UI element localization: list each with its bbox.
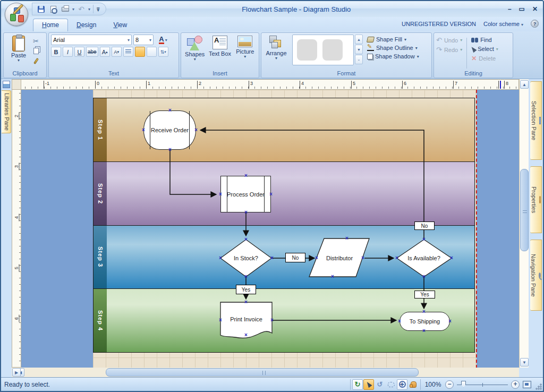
connection-point[interactable]: × bbox=[331, 274, 334, 279]
font-size-select[interactable]: 8▾ bbox=[133, 35, 154, 45]
arrange-button[interactable]: Arrange▾ bbox=[264, 35, 289, 70]
connection-point[interactable]: × bbox=[142, 127, 145, 133]
libraries-pane-icon[interactable] bbox=[3, 81, 10, 88]
redo-ribbon-button[interactable]: ↷ Redo▾ bbox=[436, 46, 462, 53]
connection-point[interactable]: × bbox=[422, 328, 426, 334]
node-in-stock[interactable]: In Stock? bbox=[224, 249, 268, 267]
connection-point[interactable]: × bbox=[422, 274, 426, 279]
vertical-scrollbar[interactable]: ▲ ▼ bbox=[519, 79, 529, 368]
connection-point[interactable]: × bbox=[361, 255, 364, 261]
connection-point[interactable]: × bbox=[422, 309, 426, 314]
shrink-font-button[interactable]: A▾ bbox=[112, 47, 122, 57]
drawing-canvas[interactable]: Step 1 Step 2 Step 3 Step 4 bbox=[21, 90, 519, 368]
rotate-tool[interactable]: ↺ bbox=[375, 379, 385, 390]
bold-button[interactable]: B bbox=[51, 47, 61, 57]
node-distributor[interactable]: Distributor bbox=[317, 249, 362, 267]
find-button[interactable]: Find bbox=[471, 37, 498, 43]
picture-button[interactable]: Picture▾ bbox=[234, 35, 257, 70]
connection-point[interactable]: × bbox=[219, 192, 222, 197]
undo-ribbon-button[interactable]: ↶ Undo▾ bbox=[436, 37, 462, 44]
connection-point[interactable]: × bbox=[194, 127, 198, 133]
zoom-out-button[interactable]: − bbox=[445, 380, 454, 389]
style-swatch[interactable] bbox=[322, 39, 343, 61]
pointer-tool[interactable] bbox=[363, 379, 374, 390]
vertical-align-button[interactable]: ⇅▾ bbox=[158, 47, 168, 57]
connection-point[interactable]: × bbox=[395, 255, 398, 261]
shape-fill-button[interactable]: Shape Fill▾ bbox=[367, 36, 419, 42]
minimize-button[interactable]: – bbox=[508, 5, 512, 13]
node-process-order[interactable]: Process Order bbox=[220, 176, 271, 212]
save-button[interactable] bbox=[36, 4, 46, 14]
gallery-more-button[interactable]: ⌄ bbox=[355, 55, 363, 64]
zoom-slider[interactable] bbox=[457, 380, 508, 389]
color-scheme-menu[interactable]: Color scheme ▾ bbox=[483, 21, 523, 27]
edge-label-yes[interactable]: Yes bbox=[414, 291, 435, 299]
connection-point[interactable]: × bbox=[270, 255, 274, 261]
maximize-button[interactable]: ▭ bbox=[519, 5, 525, 13]
italic-button[interactable]: I bbox=[63, 47, 73, 57]
select-button[interactable]: Select▾ bbox=[471, 46, 498, 52]
copy-button[interactable] bbox=[31, 47, 40, 55]
connection-point[interactable]: × bbox=[168, 147, 172, 152]
shape-shadow-button[interactable]: Shape Shadow▾ bbox=[367, 53, 419, 59]
lane-header-step4[interactable]: Step 4 bbox=[94, 289, 107, 352]
lane-header-step1[interactable]: Step 1 bbox=[94, 98, 107, 161]
scroll-down-button[interactable]: ▼ bbox=[520, 358, 529, 367]
zoom-slider-thumb[interactable] bbox=[461, 381, 466, 388]
selection-pane-tab[interactable]: Selection Pane bbox=[530, 81, 542, 160]
app-menu-button[interactable] bbox=[5, 3, 28, 26]
resize-grip[interactable] bbox=[536, 384, 542, 390]
customize-qat-button[interactable]: ≖▾ bbox=[96, 7, 100, 11]
connection-point[interactable]: × bbox=[219, 318, 222, 323]
grow-font-button[interactable]: A▴ bbox=[100, 47, 110, 57]
connection-point[interactable]: × bbox=[270, 318, 274, 323]
connection-point[interactable]: × bbox=[345, 236, 348, 241]
connection-point[interactable]: × bbox=[448, 319, 452, 324]
connection-point[interactable]: × bbox=[269, 192, 273, 197]
shapes-button[interactable]: Shapes▾ bbox=[183, 35, 206, 70]
fit-page-button[interactable] bbox=[523, 381, 531, 388]
connection-point[interactable]: × bbox=[422, 237, 426, 242]
font-name-select[interactable]: Arial▾ bbox=[51, 35, 132, 45]
scroll-up-button[interactable]: ▲ bbox=[520, 80, 529, 89]
edge-label-no[interactable]: No bbox=[414, 221, 435, 230]
gallery-up-button[interactable]: ▲ bbox=[355, 35, 363, 44]
undo-button[interactable]: ↶ bbox=[76, 4, 87, 14]
connection-point[interactable]: × bbox=[315, 255, 318, 261]
node-receive-order[interactable]: Receive Order bbox=[143, 110, 196, 150]
properties-tab[interactable]: Properties bbox=[530, 166, 542, 233]
align-right-button[interactable] bbox=[147, 47, 157, 57]
print-button[interactable] bbox=[60, 4, 71, 14]
connection-point[interactable]: × bbox=[244, 300, 248, 305]
connection-point[interactable]: × bbox=[219, 255, 222, 261]
print-dropdown[interactable]: ▾ bbox=[72, 7, 74, 12]
page-sync-tool[interactable]: ↻ bbox=[352, 379, 363, 390]
style-gallery[interactable]: ▲ ▼ ⌄ bbox=[292, 35, 363, 70]
print-preview-button[interactable] bbox=[48, 4, 58, 14]
pan-zoom-tool[interactable]: ✛ bbox=[397, 379, 407, 390]
lane-header-step2[interactable]: Step 2 bbox=[94, 162, 107, 225]
tab-design[interactable]: Design bbox=[68, 19, 105, 31]
connection-point[interactable]: × bbox=[244, 210, 248, 215]
format-painter-button[interactable] bbox=[31, 57, 40, 65]
shape-outline-button[interactable]: Shape Outline▾ bbox=[367, 45, 419, 51]
scroll-right-button[interactable]: ▶ bbox=[12, 368, 21, 377]
node-is-available[interactable]: Is Available? bbox=[401, 249, 447, 267]
cut-button[interactable]: ✂ bbox=[31, 37, 40, 45]
connection-point[interactable]: × bbox=[244, 274, 248, 279]
help-icon[interactable]: ? bbox=[531, 20, 539, 28]
delete-button[interactable]: ✕ Delete bbox=[471, 55, 498, 62]
text-box-button[interactable]: A Text Box bbox=[207, 35, 232, 70]
close-button[interactable]: ✕ bbox=[532, 5, 538, 13]
zoom-in-button[interactable]: + bbox=[511, 380, 520, 389]
vertical-scroll-thumb[interactable] bbox=[520, 169, 529, 251]
connection-point[interactable]: × bbox=[398, 319, 401, 324]
connection-point[interactable]: × bbox=[168, 108, 172, 113]
horizontal-scrollbar[interactable]: ◀ ▶ bbox=[12, 368, 519, 377]
lane-header-step3[interactable]: Step 3 bbox=[94, 226, 107, 289]
align-center-button[interactable] bbox=[135, 47, 145, 57]
tab-view[interactable]: View bbox=[105, 19, 135, 31]
edge-label-no[interactable]: No bbox=[285, 253, 305, 262]
connection-point[interactable]: × bbox=[244, 173, 248, 178]
tab-home[interactable]: Home bbox=[33, 19, 68, 31]
